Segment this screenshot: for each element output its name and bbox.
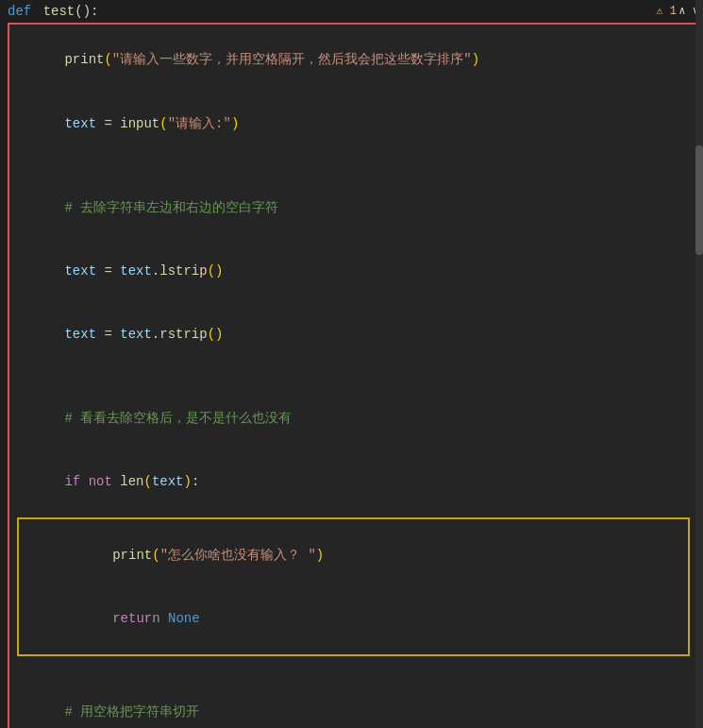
blank-line-1 bbox=[17, 155, 690, 176]
comment-2: # 看看去除空格后，是不是什么也没有 bbox=[17, 387, 690, 450]
code-line-rstrip: text = text.rstrip() bbox=[17, 303, 690, 366]
comment-3: # 用空格把字符串切开 bbox=[17, 681, 690, 728]
blank-line-3 bbox=[17, 660, 690, 681]
blank-line-2 bbox=[17, 366, 690, 387]
scrollbar[interactable] bbox=[695, 0, 703, 728]
yellow-box-1: print("怎么你啥也没有输入？ ") return None bbox=[17, 517, 690, 655]
warning-badge: ⚠ 1 bbox=[656, 4, 677, 18]
editor-container: def test (): ⚠ 1 ∧ ∨ print("请输入一些数字，并用空格… bbox=[0, 0, 703, 728]
var-text: text bbox=[64, 116, 96, 131]
code-body: print("请输入一些数字，并用空格隔开，然后我会把这些数字排序") text… bbox=[8, 23, 699, 728]
scrollbar-thumb[interactable] bbox=[695, 145, 703, 255]
code-line-print1: print("请输入一些数字，并用空格隔开，然后我会把这些数字排序") bbox=[17, 28, 690, 92]
kw-input: input bbox=[120, 116, 159, 131]
function-params: (): bbox=[75, 4, 98, 19]
string-1: "请输入一些数字，并用空格隔开，然后我会把这些数字排序" bbox=[112, 52, 472, 67]
kw-print: print bbox=[64, 52, 104, 67]
code-line-input: text = input("请输入:") bbox=[17, 92, 690, 155]
comment-1: # 去除字符串左边和右边的空白字符 bbox=[17, 176, 690, 239]
function-name: test bbox=[43, 4, 75, 19]
yellow-return-line: return None bbox=[49, 586, 680, 650]
def-keyword: def bbox=[8, 4, 31, 19]
code-line-lstrip: text = text.lstrip() bbox=[17, 240, 690, 303]
string-2: "请输入:" bbox=[168, 116, 231, 131]
code-line-if: if not len(text): bbox=[17, 450, 690, 514]
def-line: def test (): ⚠ 1 ∧ ∨ bbox=[0, 0, 703, 23]
yellow-print-line: print("怎么你啥也没有输入？ ") bbox=[49, 523, 680, 586]
